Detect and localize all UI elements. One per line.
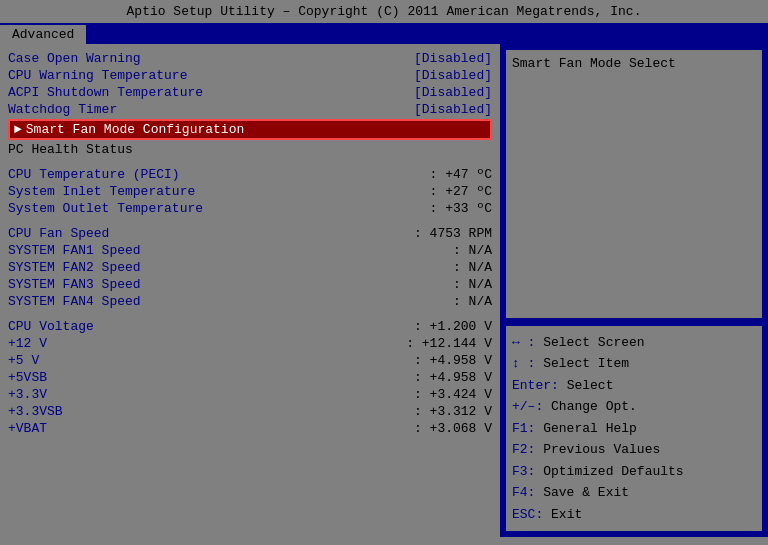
shortcut-f3: F3: Optimized Defaults <box>512 461 756 483</box>
shortcut-f4: F4: Save & Exit <box>512 482 756 504</box>
5v-row: +5 V : +4.958 V <box>8 352 492 369</box>
arrow-icon: ► <box>14 122 22 137</box>
fan4-row: SYSTEM FAN4 Speed : N/A <box>8 293 492 310</box>
menu-item-watchdog[interactable]: Watchdog Timer [Disabled] <box>8 101 492 118</box>
shortcut-select-screen: ↔ : Select Screen <box>512 332 756 354</box>
left-panel: Case Open Warning [Disabled] CPU Warning… <box>0 44 500 537</box>
menu-items-top: Case Open Warning [Disabled] CPU Warning… <box>8 50 492 118</box>
fan3-row: SYSTEM FAN3 Speed : N/A <box>8 276 492 293</box>
5vsb-row: +5VSB : +4.958 V <box>8 369 492 386</box>
33v-row: +3.3V : +3.424 V <box>8 386 492 403</box>
highlighted-smart-fan[interactable]: ► Smart Fan Mode Configuration <box>8 119 492 140</box>
shortcut-enter: Enter: Select <box>512 375 756 397</box>
right-panel: Smart Fan Mode Select ↔ : Select Screen … <box>500 44 768 537</box>
cpu-temp-row: CPU Temperature (PECI) : +47 ºC <box>8 166 492 183</box>
shortcut-f2: F2: Previous Values <box>512 439 756 461</box>
33vsb-row: +3.3VSB : +3.312 V <box>8 403 492 420</box>
menu-item-acpi[interactable]: ACPI Shutdown Temperature [Disabled] <box>8 84 492 101</box>
menu-item-cpu-warning[interactable]: CPU Warning Temperature [Disabled] <box>8 67 492 84</box>
outlet-temp-row: System Outlet Temperature : +33 ºC <box>8 200 492 217</box>
help-box-title: Smart Fan Mode Select <box>512 56 676 71</box>
main-layout: Case Open Warning [Disabled] CPU Warning… <box>0 44 768 537</box>
fan2-row: SYSTEM FAN2 Speed : N/A <box>8 259 492 276</box>
cpu-fan-row: CPU Fan Speed : 4753 RPM <box>8 225 492 242</box>
shortcut-f1: F1: General Help <box>512 418 756 440</box>
shortcuts-box: ↔ : Select Screen ↕ : Select Item Enter:… <box>506 326 762 532</box>
12v-row: +12 V : +12.144 V <box>8 335 492 352</box>
shortcut-change: +/–: Change Opt. <box>512 396 756 418</box>
tab-advanced[interactable]: Advanced <box>0 25 86 44</box>
vbat-row: +VBAT : +3.068 V <box>8 420 492 437</box>
header-title: Aptio Setup Utility – Copyright (C) 2011… <box>127 4 642 19</box>
tab-bar: Advanced <box>0 23 768 44</box>
fan1-row: SYSTEM FAN1 Speed : N/A <box>8 242 492 259</box>
help-box: Smart Fan Mode Select <box>506 50 762 318</box>
voltages: CPU Voltage : +1.200 V +12 V : +12.144 V… <box>8 318 492 437</box>
temperature-readings: CPU Temperature (PECI) : +47 ºC System I… <box>8 166 492 217</box>
fan-speeds: CPU Fan Speed : 4753 RPM SYSTEM FAN1 Spe… <box>8 225 492 310</box>
menu-item-case-open[interactable]: Case Open Warning [Disabled] <box>8 50 492 67</box>
header-bar: Aptio Setup Utility – Copyright (C) 2011… <box>0 0 768 23</box>
inlet-temp-row: System Inlet Temperature : +27 ºC <box>8 183 492 200</box>
pc-health-title: PC Health Status <box>8 141 492 158</box>
shortcut-select-item: ↕ : Select Item <box>512 353 756 375</box>
cpu-voltage-row: CPU Voltage : +1.200 V <box>8 318 492 335</box>
shortcut-esc: ESC: Exit <box>512 504 756 526</box>
